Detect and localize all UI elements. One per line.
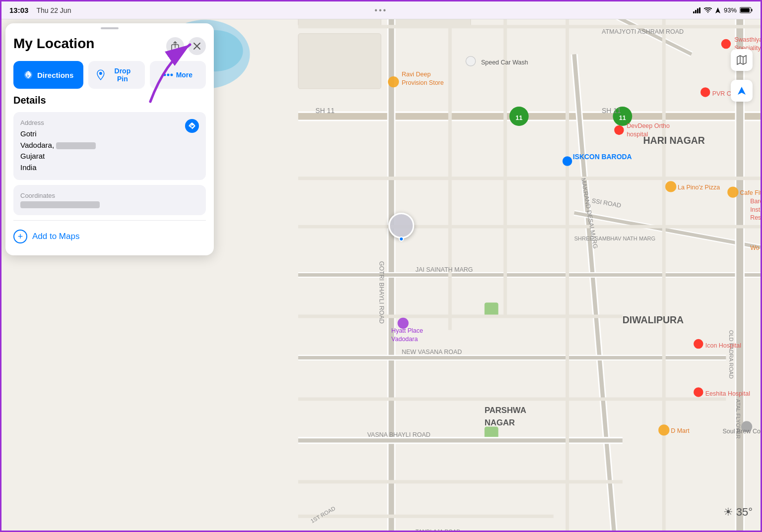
location-button[interactable] [731,80,753,102]
svg-text:hospital: hospital [627,131,648,138]
svg-text:SHREE SAMBHAV NATH MARG: SHREE SAMBHAV NATH MARG [574,236,655,241]
svg-point-59 [614,125,624,135]
svg-text:11: 11 [515,115,522,121]
svg-rect-0 [693,11,695,13]
svg-point-92 [170,74,173,76]
share-button[interactable] [166,37,184,55]
address-value: Gotri Vadodara, Gujarat India [20,128,199,173]
svg-text:GOTRI BHAYLI ROAD: GOTRI BHAYLI ROAD [378,261,385,324]
svg-text:Baro: Baro [750,198,761,205]
svg-text:NAGAR: NAGAR [485,418,515,427]
svg-text:VASNA BHAYLI ROAD: VASNA BHAYLI ROAD [367,431,430,438]
location-arrow-icon [737,86,747,96]
add-to-maps-label: Add to Maps [32,232,79,241]
panel-header-buttons [166,37,206,55]
directions-icon [23,70,33,80]
svg-rect-15 [298,34,381,89]
wifi-icon [704,7,712,13]
svg-text:ISKCON BARODA: ISKCON BARODA [573,153,632,161]
svg-rect-3 [699,7,700,13]
map-type-button[interactable] [731,49,753,71]
map-control-panel [731,49,753,106]
add-to-maps-row[interactable]: + Add to Maps [5,228,214,245]
svg-rect-5 [752,9,753,11]
panel-title: My Location [13,35,94,52]
battery-percent: 93% [724,6,737,14]
temperature-text: 35° [736,506,753,518]
svg-point-66 [694,339,703,349]
action-buttons: Directions Drop Pin More [5,59,214,95]
svg-point-16 [613,107,632,126]
more-icon [163,73,173,77]
svg-text:Swasthiya Super: Swasthiya Super [734,36,761,43]
svg-text:DIWALIPURA: DIWALIPURA [623,314,684,325]
svg-text:D Mart: D Mart [671,427,690,434]
address-line2: Vadodara, [20,141,54,149]
svg-rect-2 [697,8,698,13]
svg-text:Soul Brew Coffee: Soul Brew Coffee [723,428,761,435]
status-bar: 13:03 Thu 22 Jun ••• 93% [1,1,761,19]
svg-text:La Pino'z Pizza: La Pino'z Pizza [678,184,720,191]
coordinates-label: Coordinates [20,192,199,199]
svg-text:DevDeep Ortho: DevDeep Ortho [627,122,670,129]
details-section: Details Address Gotri Vadodara, Gujarat … [5,95,214,215]
svg-point-64 [727,186,738,197]
svg-point-43 [466,57,475,66]
svg-point-62 [665,181,676,192]
svg-text:NEW VASANA ROAD: NEW VASANA ROAD [402,349,462,355]
battery-icon [740,7,753,13]
status-date: Thu 22 Jun [36,6,71,14]
address-row: Address Gotri Vadodara, Gujarat India [13,112,206,180]
svg-point-91 [167,74,169,76]
status-dots: ••• [375,6,387,14]
svg-text:Rese: Rese [750,214,761,221]
svg-text:ATAL FLYOVER: ATAL FLYOVER [735,399,741,439]
svg-rect-1 [695,10,697,13]
directions-label: Directions [37,71,73,79]
more-button[interactable]: More [150,61,206,89]
directions-mini-button[interactable] [185,119,199,133]
address-line4: India [20,163,37,172]
svg-point-45 [388,76,399,87]
drop-pin-button[interactable]: Drop Pin [88,61,144,89]
svg-point-68 [694,387,703,397]
address-line1: Gotri [20,129,37,138]
svg-rect-6 [741,8,750,12]
svg-point-89 [99,72,102,75]
temperature-value: ☀ [723,506,733,518]
address-line3: Gujarat [20,152,45,160]
panel-header: My Location [5,29,214,59]
signal-icon [693,7,701,13]
temperature-display: ☀ 35° [723,506,753,519]
svg-point-90 [163,74,166,76]
svg-text:SSI ROAD: SSI ROAD [591,197,622,209]
svg-point-18 [509,107,529,126]
svg-text:ATMAJYOTI ASHRAM ROAD: ATMAJYOTI ASHRAM ROAD [602,28,684,35]
svg-text:Eeshita Hospital: Eeshita Hospital [705,390,750,397]
directions-mini-icon [189,122,195,129]
svg-rect-11 [485,302,499,316]
svg-point-70 [658,424,669,435]
add-icon: + [13,230,27,243]
svg-text:HARI NAGAR: HARI NAGAR [643,135,705,146]
status-icons: 93% [693,6,753,14]
directions-button[interactable]: Directions [13,61,83,89]
close-button[interactable] [188,37,206,55]
map-icon [736,54,748,66]
location-panel: My Location [5,23,214,255]
svg-text:MAKRAND DESAI MARG: MAKRAND DESAI MARG [579,177,599,249]
close-icon [193,43,200,50]
coordinates-blurred [20,201,100,208]
svg-rect-12 [485,427,499,441]
svg-text:Insti: Insti [750,206,761,213]
details-title: Details [13,95,206,106]
address-blurred [56,142,96,149]
svg-text:Cafe Fitoor: Cafe Fitoor [740,189,761,196]
status-time: 13:03 [9,6,28,14]
svg-point-48 [563,156,572,166]
svg-text:Wo: Wo [750,244,760,251]
svg-text:Provision Store: Provision Store [402,79,444,86]
coordinates-row: Coordinates [13,185,206,215]
svg-point-57 [700,87,710,97]
svg-text:Icon Hospital: Icon Hospital [705,342,741,349]
